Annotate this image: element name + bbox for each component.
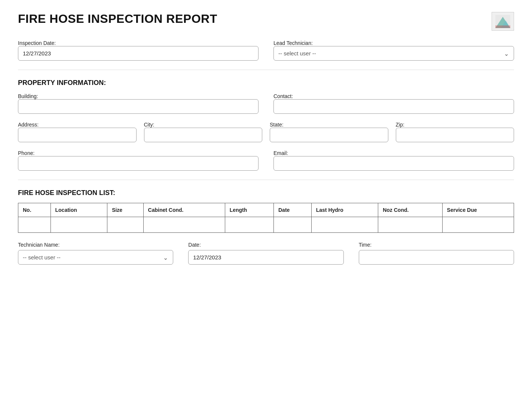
state-input[interactable] xyxy=(270,128,388,142)
inspection-list-section-title: FIRE HOSE INSPECTION LIST: xyxy=(18,189,514,197)
email-label: Email: xyxy=(273,150,288,156)
table-cell xyxy=(51,217,107,233)
table-cell xyxy=(143,217,225,233)
table-col-header: Last Hydro xyxy=(311,203,378,217)
technician-date-label: Date: xyxy=(188,242,343,248)
email-field: Email: xyxy=(273,150,514,171)
phone-input[interactable] xyxy=(18,156,259,171)
building-label: Building: xyxy=(18,93,38,99)
page-title: FIRE HOSE INSPECTION REPORT xyxy=(18,12,217,26)
lead-technician-field: Lead Technician: -- select user -- ⌄ xyxy=(273,40,514,61)
table-col-header: Length xyxy=(225,203,273,217)
table-cell xyxy=(442,217,514,233)
technician-date-field: Date: xyxy=(188,242,343,265)
technician-time-label: Time: xyxy=(359,242,514,248)
table-cell xyxy=(18,217,51,233)
phone-field: Phone: xyxy=(18,150,259,171)
table-cell xyxy=(311,217,378,233)
logo xyxy=(492,12,514,31)
table-header: No.LocationSizeCabinet Cond.LengthDateLa… xyxy=(18,203,514,217)
technician-date-input[interactable] xyxy=(188,250,343,265)
zip-field: Zip: xyxy=(396,121,514,142)
table-col-header: Cabinet Cond. xyxy=(143,203,225,217)
building-field: Building: xyxy=(18,93,259,114)
table-row xyxy=(18,217,514,233)
table-col-header: Size xyxy=(107,203,143,217)
table-col-header: Service Due xyxy=(442,203,514,217)
table-cell xyxy=(378,217,442,233)
building-contact-row: Building: Contact: xyxy=(18,93,514,114)
inspection-date-input[interactable] xyxy=(18,46,259,61)
zip-input[interactable] xyxy=(396,128,514,142)
technician-time-field: Time: xyxy=(359,242,514,265)
table-header-row: No.LocationSizeCabinet Cond.LengthDateLa… xyxy=(18,203,514,217)
city-input[interactable] xyxy=(144,128,263,142)
technician-time-input[interactable] xyxy=(359,250,514,265)
inspection-table: No.LocationSizeCabinet Cond.LengthDateLa… xyxy=(18,203,514,233)
technician-name-label: Technician Name: xyxy=(18,242,173,248)
table-cell xyxy=(274,217,312,233)
lead-technician-select-wrapper: -- select user -- ⌄ xyxy=(273,46,514,61)
divider-1 xyxy=(18,70,514,70)
table-col-header: Date xyxy=(274,203,312,217)
header: FIRE HOSE INSPECTION REPORT xyxy=(18,12,514,31)
city-field: City: xyxy=(144,121,263,142)
city-label: City: xyxy=(144,122,155,128)
contact-label: Contact: xyxy=(273,93,293,99)
email-input[interactable] xyxy=(273,156,514,171)
lead-technician-select[interactable]: -- select user -- xyxy=(273,46,514,61)
contact-field: Contact: xyxy=(273,93,514,114)
divider-2 xyxy=(18,180,514,180)
table-cell xyxy=(107,217,143,233)
inspection-date-label: Inspection Date: xyxy=(18,40,56,46)
technician-name-select[interactable]: -- select user -- xyxy=(18,250,173,265)
state-field: State: xyxy=(270,121,388,142)
phone-label: Phone: xyxy=(18,150,34,156)
table-col-header: Noz Cond. xyxy=(378,203,442,217)
technician-name-select-wrapper: -- select user -- ⌄ xyxy=(18,250,173,265)
table-cell xyxy=(225,217,273,233)
address-row: Address: City: State: Zip: xyxy=(18,121,514,142)
phone-email-row: Phone: Email: xyxy=(18,150,514,171)
property-section-title: PROPERTY INFORMATION: xyxy=(18,79,514,87)
inspection-date-row: Inspection Date: Lead Technician: -- sel… xyxy=(18,40,514,61)
contact-input[interactable] xyxy=(273,99,514,114)
technician-name-field: Technician Name: -- select user -- ⌄ xyxy=(18,242,173,265)
svg-rect-3 xyxy=(495,25,510,28)
table-col-header: No. xyxy=(18,203,51,217)
zip-label: Zip: xyxy=(396,122,404,128)
address-input[interactable] xyxy=(18,128,137,142)
address-label: Address: xyxy=(18,122,39,128)
inspection-date-field: Inspection Date: xyxy=(18,40,259,61)
lead-technician-label: Lead Technician: xyxy=(273,40,313,46)
address-field: Address: xyxy=(18,121,137,142)
table-body xyxy=(18,217,514,233)
technician-section: Technician Name: -- select user -- ⌄ Dat… xyxy=(18,242,514,265)
building-input[interactable] xyxy=(18,99,259,114)
table-col-header: Location xyxy=(51,203,107,217)
state-label: State: xyxy=(270,122,284,128)
